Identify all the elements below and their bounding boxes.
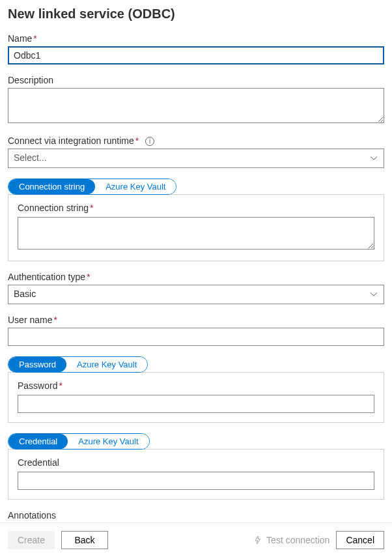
required-star: *	[59, 380, 62, 391]
password-label: Password*	[18, 380, 374, 391]
tab-password-akv[interactable]: Azure Key Vault	[66, 357, 147, 372]
annotations-label: Annotations	[8, 510, 384, 521]
connection-source-tabs: Connection string Azure Key Vault	[8, 179, 176, 195]
tab-connection-string[interactable]: Connection string	[8, 179, 95, 194]
user-name-label: User name*	[8, 315, 384, 325]
footer-bar: Create Back Test connection Cancel	[0, 522, 392, 557]
credential-label: Credential	[18, 457, 374, 468]
connection-string-input[interactable]	[18, 217, 374, 250]
required-star: *	[33, 33, 36, 44]
connection-string-label: Connection string*	[18, 203, 374, 213]
cancel-button[interactable]: Cancel	[336, 531, 384, 549]
test-connection-label: Test connection	[266, 535, 329, 545]
credential-input[interactable]	[18, 472, 374, 490]
password-source-tabs: Password Azure Key Vault	[8, 356, 148, 373]
name-label: Name*	[8, 33, 384, 44]
credential-source-tabs: Credential Azure Key Vault	[8, 433, 150, 450]
tab-credential[interactable]: Credential	[8, 434, 68, 449]
description-label: Description	[8, 75, 384, 85]
required-star: *	[90, 203, 93, 213]
auth-type-label: Authentication type*	[8, 272, 384, 282]
runtime-label: Connect via integration runtime* i	[8, 136, 384, 146]
connection-string-box: Connection string*	[8, 194, 384, 261]
required-star: *	[53, 315, 57, 325]
credential-box: Credential	[8, 449, 384, 500]
name-input[interactable]	[8, 46, 384, 64]
password-box: Password*	[8, 372, 384, 423]
tab-connection-akv[interactable]: Azure Key Vault	[95, 179, 176, 194]
page-title: New linked service (ODBC)	[8, 7, 384, 21]
test-connection-button: Test connection	[253, 535, 329, 545]
create-button: Create	[8, 531, 55, 549]
description-input[interactable]	[8, 88, 384, 123]
tab-credential-akv[interactable]: Azure Key Vault	[68, 434, 148, 449]
auth-type-select[interactable]: Basic	[8, 285, 384, 304]
tab-password[interactable]: Password	[8, 357, 66, 372]
info-icon[interactable]: i	[145, 137, 154, 146]
bolt-icon	[253, 536, 262, 545]
user-name-input[interactable]	[8, 328, 384, 346]
password-input[interactable]	[18, 395, 374, 413]
runtime-select[interactable]: Select...	[8, 149, 384, 168]
required-star: *	[87, 272, 90, 282]
required-star: *	[135, 136, 139, 146]
back-button[interactable]: Back	[61, 531, 108, 549]
